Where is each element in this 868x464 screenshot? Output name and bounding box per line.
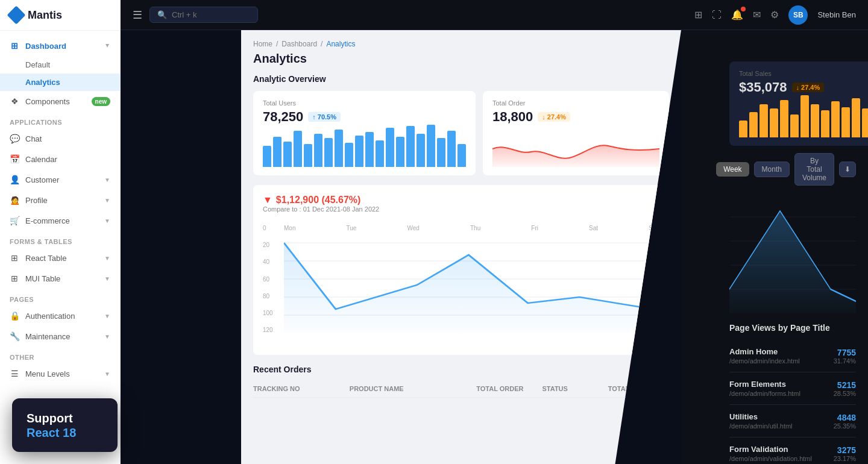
sidebar-item-chat[interactable]: 💬 Chat	[0, 128, 120, 149]
page-view-item: Admin Home /demo/admin/index.html 7755 3…	[729, 340, 856, 372]
sidebar-item-ecommerce[interactable]: 🛒 E-commerce ▼	[0, 210, 120, 231]
bar	[294, 131, 302, 167]
page-view-left: Form Elements /demo/admin/forms.html	[729, 380, 800, 397]
bar	[852, 98, 860, 137]
logo-icon	[7, 5, 25, 24]
search-icon: 🔍	[157, 10, 167, 19]
dashboard-icon: ⊞	[10, 41, 19, 51]
page-view-title: Form Elements	[729, 380, 800, 389]
support-popup-subtitle: React 18	[27, 426, 103, 440]
logo-text: Mantis	[28, 9, 62, 22]
total-sales-label: Total Sales	[739, 70, 868, 77]
bar	[749, 112, 758, 137]
bar	[304, 144, 312, 167]
auth-icon: 🔒	[10, 311, 19, 321]
page-view-count: 5215	[834, 380, 856, 390]
page-view-count: 7755	[834, 348, 856, 357]
support-popup[interactable]: Support React 18	[12, 398, 118, 452]
bar	[406, 126, 415, 167]
notification-badge	[741, 7, 746, 11]
sidebar-item-customer[interactable]: 👤 Customer ▼	[0, 169, 120, 190]
week-button[interactable]: Week	[716, 162, 749, 177]
bar	[780, 100, 788, 137]
page-view-item: Form Validation /demo/admin/validation.h…	[729, 437, 856, 464]
page-view-url: /demo/admin/index.html	[729, 357, 800, 365]
volume-button[interactable]: By Total Volume	[794, 153, 834, 186]
fullscreen-icon[interactable]: ⛶	[712, 10, 722, 20]
bar	[365, 132, 374, 167]
sidebar-item-mui-table[interactable]: ⊞ MUI Table ▼	[0, 268, 120, 289]
page-view-count: 4848	[834, 413, 856, 422]
chevron-down-icon-3: ▼	[104, 218, 110, 224]
bar	[790, 114, 799, 137]
sidebar-item-components[interactable]: ❖ Components new	[0, 91, 120, 111]
maintenance-icon: 🔧	[10, 331, 19, 341]
bar	[386, 128, 394, 167]
breadcrumb-dashboard[interactable]: Dashboard	[281, 40, 317, 48]
breadcrumb-home[interactable]: Home	[253, 40, 272, 48]
sidebar-profile-label: Profile	[25, 196, 48, 205]
logo: Mantis	[0, 0, 120, 31]
page-view-right: 5215 28.53%	[834, 380, 856, 397]
sidebar-item-dashboard[interactable]: ⊞ Dashboard ▲	[0, 36, 120, 56]
page-views-section: Page Views by Page Title Admin Home /dem…	[729, 323, 856, 464]
income-header: ▼ $1,12,900 (45.67%) Compare to : 01 Dec…	[263, 195, 659, 220]
sidebar-item-profile[interactable]: 🙍 Profile ▼	[0, 190, 120, 210]
sidebar-menu-levels-label: Menu Levels	[25, 369, 70, 378]
chevron-down-icon-7: ▼	[104, 333, 110, 340]
page-view-left: Utilities /demo/admin/util.html	[729, 412, 793, 430]
page-view-left: Admin Home /demo/admin/index.html	[729, 347, 800, 365]
breadcrumb-sep2: /	[321, 40, 322, 48]
page-view-count: 3275	[834, 445, 856, 455]
grid-icon[interactable]: ⊞	[694, 9, 702, 20]
page-view-title: Admin Home	[729, 347, 800, 356]
stats-grid-light: Total Users 78,250 ↑ 70.5% Total Order 1…	[253, 91, 669, 175]
bar	[355, 136, 363, 167]
sidebar-item-menu-levels[interactable]: ☰ Menu Levels ▼	[0, 363, 120, 384]
sidebar-item-authentication[interactable]: 🔒 Authentication ▼	[0, 306, 120, 326]
income-value: ▼ $1,12,900 (45.67%)	[263, 195, 379, 205]
page-view-title: Form Validation	[729, 445, 812, 454]
section-other: Other	[0, 346, 120, 363]
left-panel: Home / Dashboard / Analytics Analytics A…	[241, 30, 681, 464]
page-title: Analytics	[253, 52, 669, 66]
bar	[841, 107, 850, 137]
bar	[396, 137, 404, 167]
download-button[interactable]: ⬇	[839, 161, 856, 177]
total-order-value: 18,800 ↓ 27.4%	[492, 109, 659, 125]
customer-icon: 👤	[10, 175, 19, 184]
sidebar-item-maintenance[interactable]: 🔧 Maintenance ▼	[0, 326, 120, 346]
notifications-icon[interactable]: 🔔	[731, 9, 743, 20]
bar	[427, 125, 435, 167]
sidebar-react-table-label: React Table	[25, 254, 66, 263]
sidebar-item-calendar[interactable]: 📅 Calendar	[0, 149, 120, 169]
sidebar-calendar-label: Calendar	[25, 155, 57, 164]
sidebar-mui-table-label: MUI Table	[25, 274, 60, 283]
recent-orders-section: Recent Orders TRACKING NO PRODUCT NAME T…	[253, 365, 669, 398]
month-button[interactable]: Month	[754, 161, 790, 177]
search-input[interactable]	[172, 10, 244, 19]
chevron-up-icon: ▲	[104, 43, 110, 49]
page-view-pct: 23.17%	[834, 455, 856, 462]
total-sales-card: Total Sales $35,078 ↓ 27.4%	[729, 61, 868, 146]
components-icon: ❖	[10, 96, 19, 106]
total-order-card: Total Order 18,800 ↓ 27.4%	[483, 91, 669, 175]
topbar-left: ☰ 🔍	[133, 7, 258, 23]
sidebar-customer-label: Customer	[25, 175, 59, 184]
bar	[760, 104, 768, 137]
sidebar-sub-default[interactable]: Default	[0, 56, 120, 74]
sidebar-sub-analytics[interactable]: Analytics	[0, 74, 120, 91]
col-amount: TOTAL AMOUNT	[608, 385, 669, 392]
page-view-right: 7755 31.74%	[834, 348, 856, 365]
settings-icon[interactable]: ⚙	[770, 9, 779, 20]
col-total-order: TOTAL ORDER	[476, 385, 537, 392]
sidebar-item-react-table[interactable]: ⊞ React Table ▼	[0, 248, 120, 268]
page-view-left: Form Validation /demo/admin/validation.h…	[729, 445, 812, 462]
menu-toggle-button[interactable]: ☰	[133, 8, 142, 22]
mail-icon[interactable]: ✉	[753, 9, 761, 20]
bar	[811, 104, 819, 137]
user-name: Stebin Ben	[817, 10, 856, 19]
income-line-chart: 120 100 80 60 40 20 0	[263, 225, 659, 345]
support-popup-title: Support	[27, 410, 103, 426]
search-box[interactable]: 🔍	[149, 7, 258, 23]
